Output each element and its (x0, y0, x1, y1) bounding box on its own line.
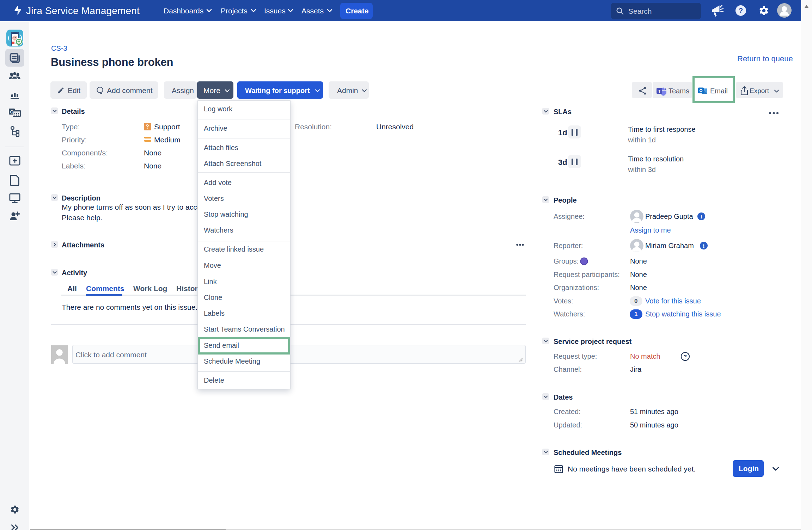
svg-text:T: T (658, 89, 661, 93)
svg-text:O: O (700, 88, 703, 93)
svg-text:i: i (701, 214, 702, 220)
svg-text:?: ? (739, 7, 743, 14)
svg-text:?: ? (684, 353, 687, 359)
svg-text:i: i (703, 244, 704, 249)
